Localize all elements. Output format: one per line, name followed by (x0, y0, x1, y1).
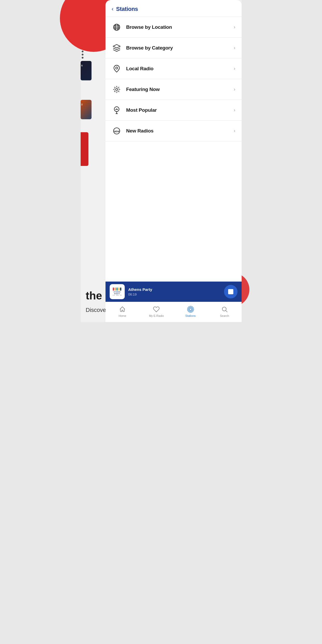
most-popular-chevron: › (234, 107, 235, 113)
menu-item-new-radios[interactable]: NEW New Radios › (106, 121, 242, 141)
logo-decoration (113, 288, 121, 291)
peek-dot (82, 57, 83, 59)
stations-nav-label: Stations (185, 314, 196, 317)
main-modal: ‹ Stations Browse by Location › (106, 0, 242, 322)
my-eradio-nav-label: My E-Radio (149, 314, 164, 317)
menu-item-browse-category[interactable]: Browse by Category › (106, 38, 242, 58)
browse-location-label: Browse by Location (126, 24, 234, 30)
now-playing-info: Athens Party 06:19 (128, 287, 220, 296)
home-nav-label: Home (118, 314, 126, 317)
browse-category-label: Browse by Category (126, 45, 234, 51)
logo-subtext: LIVE · WEB · FM (113, 295, 122, 296)
nav-item-stations[interactable]: Stations (173, 304, 207, 319)
svg-line-15 (226, 311, 227, 312)
logo-text: ATHENSPVRTY (114, 291, 121, 295)
peek-dot (82, 54, 83, 55)
now-playing-time: 06:19 (128, 292, 220, 296)
menu-list: Browse by Location › Browse by Category … (106, 17, 242, 282)
peek-dots (82, 51, 83, 59)
most-popular-label: Most Popular (126, 107, 234, 113)
new-badge-icon: NEW (112, 126, 122, 136)
back-chevron-icon: ‹ (112, 6, 114, 12)
featuring-now-chevron: › (234, 87, 235, 92)
svg-point-14 (222, 307, 226, 311)
svg-point-11 (189, 308, 192, 311)
browse-category-chevron: › (234, 45, 235, 51)
globe-icon (112, 22, 122, 32)
tag-icon (112, 43, 122, 53)
peek-image-2 (81, 100, 92, 119)
local-radio-label: Local Radio (126, 66, 234, 72)
browse-location-chevron: › (234, 24, 235, 30)
location-icon (112, 64, 122, 74)
stop-icon (228, 289, 233, 294)
new-radios-label: New Radios (126, 128, 234, 134)
menu-item-local-radio[interactable]: Local Radio › (106, 58, 242, 79)
nav-item-search[interactable]: Search (207, 304, 241, 319)
menu-item-browse-location[interactable]: Browse by Location › (106, 17, 242, 38)
heart-icon (153, 306, 160, 313)
svg-point-7 (114, 87, 119, 92)
menu-item-featuring-now[interactable]: Featuring Now › (106, 79, 242, 100)
home-icon (119, 306, 126, 313)
search-icon (221, 306, 228, 313)
svg-point-5 (116, 67, 118, 69)
search-nav-label: Search (220, 314, 229, 317)
local-radio-chevron: › (234, 66, 235, 71)
athens-party-logo: ATHENSPVRTY LIVE · WEB · FM (110, 285, 124, 298)
svg-point-12 (188, 307, 193, 311)
peek-dot (82, 51, 83, 52)
menu-item-most-popular[interactable]: Most Popular › (106, 100, 242, 121)
svg-point-6 (116, 88, 118, 90)
now-playing-bar: ATHENSPVRTY LIVE · WEB · FM Athens Party… (106, 282, 242, 302)
new-radios-chevron: › (234, 128, 235, 134)
modal-header: ‹ Stations (106, 0, 242, 17)
peek-text-1: 5 (81, 64, 83, 67)
peek-text-2: 2 (81, 103, 83, 106)
award-icon (112, 105, 122, 115)
featuring-icon (112, 85, 122, 94)
now-playing-station-name: Athens Party (128, 287, 220, 292)
nav-item-home[interactable]: Home (106, 304, 139, 319)
modal-title: Stations (116, 6, 138, 12)
peek-image-1 (81, 61, 92, 80)
featuring-now-label: Featuring Now (126, 87, 234, 92)
bottom-navigation: Home My E-Radio Statio (106, 302, 242, 322)
left-peek-area: 5 2 2 (81, 0, 105, 322)
nav-item-my-eradio[interactable]: My E-Radio (139, 304, 173, 319)
back-button[interactable]: ‹ (112, 6, 114, 12)
peek-red-block (81, 132, 88, 166)
stations-icon (187, 306, 194, 313)
station-logo: ATHENSPVRTY LIVE · WEB · FM (110, 284, 125, 299)
stop-button[interactable] (224, 285, 237, 298)
svg-text:NEW: NEW (114, 130, 119, 133)
